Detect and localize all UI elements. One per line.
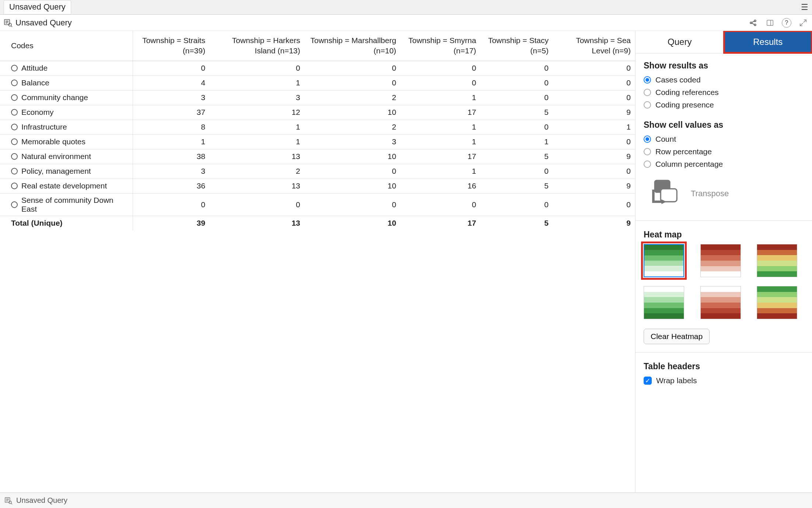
value-cell[interactable]: 1 <box>210 134 305 149</box>
wrap-labels-checkbox[interactable]: ✓ Wrap labels <box>644 374 804 387</box>
heatmap-swatch[interactable] <box>644 286 684 319</box>
code-cell[interactable]: Natural environment <box>0 149 133 164</box>
value-cell[interactable]: 0 <box>400 61 480 75</box>
value-cell[interactable]: 8 <box>133 120 210 134</box>
column-header[interactable]: Township = Smyrna (n=17) <box>400 31 480 61</box>
code-cell[interactable]: Balance <box>0 75 133 90</box>
value-cell[interactable]: 1 <box>210 120 305 134</box>
value-cell[interactable]: 0 <box>210 193 305 216</box>
tab-query[interactable]: Query <box>636 31 724 53</box>
value-cell[interactable]: 2 <box>210 164 305 179</box>
value-cell[interactable]: 0 <box>305 61 401 75</box>
radio-option[interactable]: Coding presence <box>644 99 804 111</box>
code-cell[interactable]: Infrastructure <box>0 120 133 134</box>
value-cell[interactable]: 0 <box>553 61 635 75</box>
value-cell[interactable]: 9 <box>553 149 635 164</box>
value-cell[interactable]: 4 <box>133 75 210 90</box>
value-cell[interactable]: 1 <box>133 134 210 149</box>
value-cell[interactable]: 2 <box>305 120 401 134</box>
column-header[interactable]: Township = Marshallberg (n=10) <box>305 31 401 61</box>
value-cell[interactable]: 0 <box>305 193 401 216</box>
column-header[interactable]: Township = Stacy (n=5) <box>480 31 553 61</box>
code-cell[interactable]: Economy <box>0 105 133 120</box>
radio-option[interactable]: Row percentage <box>644 145 804 158</box>
code-cell[interactable]: Community change <box>0 90 133 105</box>
value-cell[interactable]: 0 <box>400 193 480 216</box>
heatmap-swatch[interactable] <box>700 286 741 319</box>
value-cell[interactable]: 12 <box>210 105 305 120</box>
menu-icon[interactable]: ☰ <box>801 3 808 12</box>
value-cell[interactable]: 10 <box>305 179 401 193</box>
transpose-button[interactable]: Transpose <box>636 172 812 219</box>
value-cell[interactable]: 10 <box>305 105 401 120</box>
value-cell[interactable]: 0 <box>305 75 401 90</box>
value-cell[interactable]: 38 <box>133 149 210 164</box>
value-cell[interactable]: 1 <box>400 164 480 179</box>
value-cell[interactable]: 1 <box>553 120 635 134</box>
value-cell[interactable]: 0 <box>553 164 635 179</box>
tab-results[interactable]: Results <box>724 31 812 53</box>
code-cell[interactable]: Real estate development <box>0 179 133 193</box>
clear-heatmap-button[interactable]: Clear Heatmap <box>644 329 710 344</box>
value-cell[interactable]: 37 <box>133 105 210 120</box>
value-cell[interactable]: 10 <box>305 149 401 164</box>
value-cell[interactable]: 0 <box>210 61 305 75</box>
value-cell[interactable]: 13 <box>210 149 305 164</box>
value-cell[interactable]: 0 <box>553 134 635 149</box>
value-cell[interactable]: 0 <box>553 90 635 105</box>
value-cell[interactable]: 0 <box>480 120 553 134</box>
value-cell[interactable]: 1 <box>400 134 480 149</box>
code-cell[interactable]: Memorable quotes <box>0 134 133 149</box>
value-cell[interactable]: 1 <box>400 120 480 134</box>
value-cell[interactable]: 3 <box>133 164 210 179</box>
value-cell[interactable]: 9 <box>553 105 635 120</box>
radio-option[interactable]: Cases coded <box>644 74 804 86</box>
expand-icon[interactable] <box>798 18 808 28</box>
value-cell[interactable]: 1 <box>480 134 553 149</box>
code-cell[interactable]: Policy, management <box>0 164 133 179</box>
value-cell[interactable]: 0 <box>305 164 401 179</box>
value-cell[interactable]: 0 <box>400 75 480 90</box>
column-header[interactable]: Township = Harkers Island (n=13) <box>210 31 305 61</box>
value-cell[interactable]: 3 <box>305 134 401 149</box>
value-cell[interactable]: 5 <box>480 179 553 193</box>
panel-toggle-icon[interactable] <box>765 18 775 28</box>
value-cell[interactable]: 3 <box>133 90 210 105</box>
radio-option[interactable]: Column percentage <box>644 158 804 170</box>
radio-option[interactable]: Coding references <box>644 86 804 99</box>
value-cell[interactable]: 36 <box>133 179 210 193</box>
value-cell[interactable]: 3 <box>210 90 305 105</box>
value-cell[interactable]: 0 <box>480 61 553 75</box>
heatmap-swatch[interactable] <box>644 244 684 277</box>
heatmap-swatch[interactable] <box>757 244 797 277</box>
heatmap-swatch[interactable] <box>757 286 797 319</box>
value-cell[interactable]: 13 <box>210 179 305 193</box>
value-cell[interactable]: 16 <box>400 179 480 193</box>
heatmap-swatch[interactable] <box>700 244 741 277</box>
value-cell[interactable]: 2 <box>305 90 401 105</box>
value-cell[interactable]: 0 <box>480 193 553 216</box>
value-cell[interactable]: 5 <box>480 149 553 164</box>
value-cell[interactable]: 1 <box>210 75 305 90</box>
value-cell[interactable]: 0 <box>480 75 553 90</box>
value-cell[interactable]: 1 <box>400 90 480 105</box>
value-cell[interactable]: 0 <box>480 164 553 179</box>
code-cell[interactable]: Sense of community Down East <box>0 193 133 216</box>
value-cell[interactable]: 9 <box>553 179 635 193</box>
codes-column-header[interactable]: Codes <box>0 31 133 61</box>
value-cell[interactable]: 0 <box>133 193 210 216</box>
value-cell[interactable]: 0 <box>553 193 635 216</box>
value-cell[interactable]: 5 <box>480 105 553 120</box>
value-cell[interactable]: 0 <box>553 75 635 90</box>
value-cell[interactable]: 17 <box>400 149 480 164</box>
column-header[interactable]: Township = Straits (n=39) <box>133 31 210 61</box>
value-cell[interactable]: 17 <box>400 105 480 120</box>
share-icon[interactable] <box>748 18 758 28</box>
value-cell[interactable]: 0 <box>480 90 553 105</box>
value-cell[interactable]: 0 <box>133 61 210 75</box>
radio-option[interactable]: Count <box>644 133 804 145</box>
document-tab[interactable]: Unsaved Query <box>4 0 71 14</box>
code-cell[interactable]: Attitude <box>0 61 133 75</box>
help-icon[interactable]: ? <box>782 18 791 28</box>
column-header[interactable]: Township = Sea Level (n=9) <box>553 31 635 61</box>
